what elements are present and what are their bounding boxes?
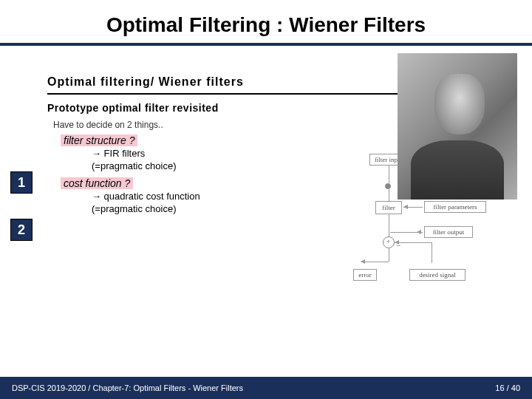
diagram-error-box: error: [353, 269, 377, 281]
question-1-highlight: filter structure ?: [61, 134, 137, 146]
footer-text: DSP-CIS 2019-2020 / Chapter-7: Optimal F…: [12, 383, 243, 392]
arrow-icon: [403, 205, 408, 209]
diagram-line: [389, 166, 389, 183]
arrow-icon: [417, 230, 421, 234]
diagram-filter-output-box: filter output: [424, 226, 473, 238]
callout-box-2: 2: [10, 219, 33, 241]
diagram-line: [432, 242, 432, 263]
footer-page-number: 16 / 40: [495, 383, 520, 392]
diagram-line: [389, 233, 389, 236]
arrow-icon: [361, 259, 365, 264]
diagram-node: [385, 183, 391, 189]
diagram-line: [389, 248, 389, 262]
diagram-filter-parameters-box: filter parameters: [424, 201, 486, 213]
diagram-desired-signal-box: desired signal: [409, 269, 466, 281]
arrow-icon: [395, 240, 399, 245]
callout-box-1: 1: [10, 171, 33, 194]
diagram-plus-label: +: [386, 237, 390, 245]
slide-title: Optimal Filtering : Wiener Filters: [15, 13, 517, 37]
diagram-line: [395, 242, 432, 243]
question-2-highlight: cost function ?: [61, 177, 133, 189]
diagram-line: [364, 262, 389, 262]
diagram-line: [389, 214, 389, 235]
portrait-image: [398, 53, 517, 200]
diagram-filter-box: filter: [375, 201, 402, 214]
slide-header: Optimal Filtering : Wiener Filters: [0, 0, 532, 46]
callout-column: 1 2: [6, 58, 37, 356]
slide-footer: DSP-CIS 2019-2020 / Chapter-7: Optimal F…: [0, 377, 532, 399]
diagram-line: [389, 189, 389, 201]
inner-divider: [47, 93, 448, 95]
